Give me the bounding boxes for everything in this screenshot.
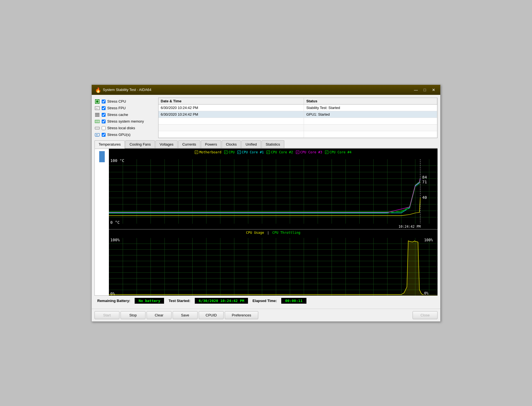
elapsed-label: Elapsed Time:	[252, 299, 277, 303]
cpu-icon	[94, 99, 100, 104]
main-window: 🔥 System Stability Test - AIDA64 — □ ✕ S…	[91, 85, 441, 322]
log-row-4	[158, 124, 437, 131]
gpu-icon	[94, 132, 100, 138]
legend-cpu-core-1[interactable]: ✓ CPU Core #1	[237, 150, 264, 154]
stress-disks-item: Stress local disks	[94, 125, 155, 131]
save-button[interactable]: Save	[173, 311, 198, 319]
log-date-1: 6/30/2020 10:24:42 PM	[158, 104, 304, 111]
title-bar: 🔥 System Stability Test - AIDA64 — □ ✕	[92, 85, 440, 95]
log-table-container: Date & Time Status 6/30/2020 10:24:42 PM…	[158, 98, 438, 138]
stop-button[interactable]: Stop	[121, 311, 145, 319]
stress-fpu-item: % Stress FPU	[94, 105, 155, 111]
preferences-button[interactable]: Preferences	[225, 311, 258, 319]
stress-cpu-item: Stress CPU	[94, 99, 155, 104]
clear-button[interactable]: Clear	[147, 311, 172, 319]
cache-icon	[94, 112, 100, 118]
svg-text:40: 40	[422, 195, 427, 200]
main-content: Stress CPU % Stress FPU Stress cach	[92, 95, 440, 309]
log-row-5	[158, 131, 437, 138]
legend-motherboard[interactable]: ✓ Motherboard	[195, 150, 221, 154]
tab-voltages[interactable]: Voltages	[155, 140, 178, 148]
log-status-2: GPU1: Started	[304, 111, 437, 118]
legend-cpu-core-4-label: CPU Core #4	[329, 150, 351, 154]
stress-fpu-checkbox[interactable]	[102, 106, 106, 110]
battery-label: Remaining Battery:	[97, 299, 130, 303]
log-table: Date & Time Status 6/30/2020 10:24:42 PM…	[158, 98, 437, 138]
col-status: Status	[304, 98, 437, 105]
svg-rect-20	[109, 159, 438, 229]
close-button[interactable]: ✕	[430, 87, 437, 93]
cpuid-button[interactable]: CPUID	[199, 311, 224, 319]
tab-cooling-fans[interactable]: Cooling Fans	[125, 140, 155, 148]
svg-text:84: 84	[422, 175, 427, 179]
close-button[interactable]: Close	[413, 311, 438, 319]
tab-statistics[interactable]: Statistics	[262, 140, 284, 148]
tab-powers[interactable]: Powers	[201, 140, 221, 148]
stress-disks-checkbox[interactable]	[102, 126, 106, 130]
stress-cache-item: Stress cache	[94, 112, 155, 118]
tab-temperatures[interactable]: Temperatures	[94, 140, 125, 149]
legend-cpu-core-3[interactable]: ✓ CPU Core #3	[296, 150, 322, 154]
svg-text:%: %	[96, 107, 98, 110]
app-icon: 🔥	[95, 87, 101, 93]
log-status-1: Stability Test: Started	[304, 104, 437, 111]
svg-rect-1	[96, 100, 98, 103]
window-title: System Stability Test - AIDA64	[103, 88, 151, 92]
legend-cpu-core-1-label: CPU Core #1	[242, 150, 264, 154]
disks-icon	[94, 125, 100, 131]
legend-cpu-core-3-label: CPU Core #3	[300, 150, 322, 154]
status-bar: Remaining Battery: No battery Test Start…	[94, 296, 438, 306]
legend-cpu-core-2[interactable]: ✓ CPU Core #2	[267, 150, 293, 154]
temperature-chart: ✓ Motherboard ✓ CPU ✓ CPU Core #1 ✓	[109, 149, 438, 229]
temp-chart-legend: ✓ Motherboard ✓ CPU ✓ CPU Core #1 ✓	[109, 149, 438, 156]
log-row-1: 6/30/2020 10:24:42 PM Stability Test: St…	[158, 104, 437, 111]
svg-text:100 °C: 100 °C	[110, 159, 124, 163]
stress-memory-item: Stress system memory	[94, 119, 155, 124]
tab-unified[interactable]: Unified	[241, 140, 261, 148]
stress-cache-label: Stress cache	[107, 113, 128, 117]
btn-group-left: Start Stop Clear Save CPUID Preferences	[94, 311, 258, 319]
log-date-2: 6/30/2020 10:24:42 PM	[158, 111, 304, 118]
col-datetime: Date & Time	[158, 98, 304, 105]
stress-memory-checkbox[interactable]	[102, 120, 106, 123]
legend-cpu-core-2-label: CPU Core #2	[271, 150, 293, 154]
legend-cpu[interactable]: ✓ CPU	[224, 150, 235, 154]
usage-chart-svg: 100% 0% 100% 0%	[109, 238, 438, 296]
svg-text:100%: 100%	[424, 238, 433, 242]
chart-sidebar	[94, 149, 109, 296]
svg-rect-4	[95, 113, 99, 114]
tab-clocks[interactable]: Clocks	[222, 140, 241, 148]
legend-cpu-usage[interactable]: CPU Usage	[246, 231, 264, 235]
legend-cpu-throttling[interactable]: CPU Throttling	[272, 231, 300, 235]
temp-chart-svg: 100 °C 0 °C	[109, 159, 438, 229]
test-started-value: 6/30/2020 10:24:42 PM	[195, 298, 248, 304]
start-button[interactable]: Start	[94, 311, 119, 319]
elapsed-value: 00:00:11	[281, 298, 306, 304]
stress-disks-label: Stress local disks	[107, 126, 135, 130]
svg-text:0%: 0%	[424, 291, 429, 295]
svg-rect-7	[95, 120, 99, 123]
legend-cpu-core-4[interactable]: ✓ CPU Core #4	[325, 150, 351, 154]
stress-options: Stress CPU % Stress FPU Stress cach	[94, 98, 155, 138]
test-started-label: Test Started:	[168, 299, 190, 303]
svg-text:71: 71	[422, 180, 427, 184]
top-section: Stress CPU % Stress FPU Stress cach	[94, 98, 438, 138]
minimize-button[interactable]: —	[413, 87, 419, 93]
stress-memory-label: Stress system memory	[107, 119, 144, 123]
stress-gpu-label: Stress GPU(s)	[107, 133, 131, 137]
tabs-container: Temperatures Cooling Fans Voltages Curre…	[94, 140, 438, 149]
log-row-2: 6/30/2020 10:24:42 PM GPU1: Started	[158, 111, 437, 118]
svg-rect-5	[95, 114, 99, 115]
stress-cache-checkbox[interactable]	[102, 113, 106, 117]
maximize-button[interactable]: □	[421, 87, 428, 93]
stress-gpu-checkbox[interactable]	[102, 133, 106, 137]
svg-rect-6	[95, 116, 99, 117]
stress-cpu-checkbox[interactable]	[102, 100, 106, 103]
stress-gpu-item: Stress GPU(s)	[94, 132, 155, 138]
legend-cpu-usage-label: CPU Usage	[246, 231, 264, 235]
usage-chart: CPU Usage | CPU Throttling	[109, 229, 438, 296]
charts-main: ✓ Motherboard ✓ CPU ✓ CPU Core #1 ✓	[109, 149, 438, 296]
tab-currents[interactable]: Currents	[178, 140, 200, 148]
stress-cpu-label: Stress CPU	[107, 99, 126, 103]
svg-text:10:24:42 PM: 10:24:42 PM	[398, 225, 421, 229]
